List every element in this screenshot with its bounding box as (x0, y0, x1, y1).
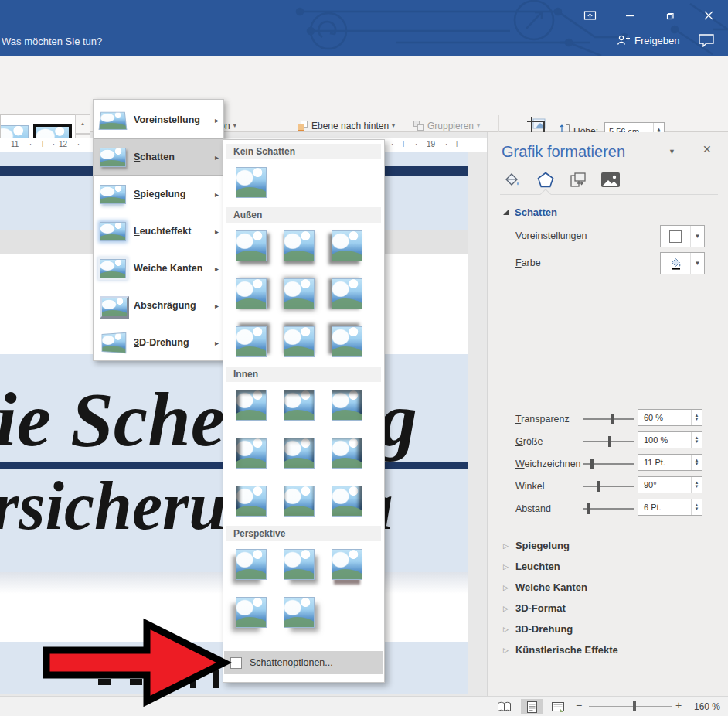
shadow-variant-in-t[interactable] (284, 390, 315, 421)
schattenoptionen-item[interactable]: Schattenoptionen... (224, 651, 383, 674)
shadow-variant-in-tl[interactable] (236, 390, 267, 421)
collapsed-section-leuchten[interactable]: ▷Leuchten (503, 556, 618, 577)
tab-layout-properties[interactable] (566, 169, 590, 191)
spinner-arrows[interactable]: ▲▼ (691, 477, 702, 493)
feedback-button[interactable] (698, 33, 715, 49)
collapsed-section-k-nstlerische-effekte[interactable]: ▷Künstlerische Effekte (503, 639, 618, 660)
tab-effects-selected[interactable] (534, 169, 557, 191)
zoom-level-value[interactable]: 160 % (694, 701, 720, 712)
print-layout-button[interactable] (521, 699, 543, 714)
shadow-variant-persp-ur[interactable] (284, 549, 315, 580)
shadow-variant-out-c[interactable] (284, 278, 315, 309)
submenu-arrow-icon: ▸ (215, 116, 219, 124)
shadow-variant-out-bl[interactable] (332, 230, 362, 261)
gruppieren-button[interactable]: Gruppieren▾ (410, 118, 482, 134)
farbe-button[interactable]: ▼ (660, 252, 705, 274)
ebene-nach-hinten-button[interactable]: Ebene nach hinten▾ (294, 118, 397, 134)
pane-close-button[interactable]: ✕ (702, 143, 712, 155)
spinner-arrows[interactable]: ▲▼ (691, 455, 702, 470)
collapsed-section-spiegelung[interactable]: ▷Spiegelung (503, 535, 618, 556)
collapsed-section-weiche-kanten[interactable]: ▷Weiche Kanten (503, 577, 618, 598)
value-spinbox[interactable]: 90°▲▼ (638, 476, 702, 493)
submenu-arrow-icon: ▸ (215, 339, 219, 347)
value-spinbox[interactable]: 11 Pt.▲▼ (638, 454, 702, 471)
minimize-icon (625, 11, 634, 20)
share-button[interactable]: Freigeben (617, 34, 680, 46)
ribbon-display-options-button[interactable] (578, 6, 601, 25)
slider-track[interactable] (583, 508, 634, 510)
shadow-variant-out-tr[interactable] (236, 326, 267, 357)
slider-track[interactable] (583, 441, 634, 442)
shadow-variant-in-l[interactable] (236, 438, 267, 469)
schatten-gallery: Kein SchattenAußenInnenPerspektive Schat… (223, 139, 385, 683)
shadow-variant-out-l[interactable] (332, 278, 362, 309)
collapsed-triangle-icon: ▷ (503, 542, 509, 550)
minimize-button[interactable] (618, 6, 641, 25)
shadow-variant-none[interactable] (236, 167, 267, 198)
close-button[interactable] (697, 6, 720, 25)
slider-handle[interactable] (597, 481, 600, 492)
menu-item-leuchteffekt[interactable]: Leuchteffekt▸ (94, 213, 223, 250)
slider-track[interactable] (583, 463, 634, 465)
spinner-arrows[interactable]: ▲▼ (691, 499, 702, 515)
shadow-variant-in-br[interactable] (332, 486, 362, 517)
shadow-variant-out-br[interactable] (236, 230, 267, 261)
tab-picture[interactable] (599, 169, 622, 191)
slider-row-abstand: Abstand6 Pt.▲▼ (515, 498, 704, 520)
shadow-variant-persp-ll[interactable] (236, 597, 267, 628)
shadow-variant-persp-lr[interactable] (284, 597, 315, 628)
ruler-tick: · (445, 140, 447, 148)
shadow-variant-in-r[interactable] (332, 438, 362, 469)
zoom-out-button[interactable]: − (576, 699, 582, 711)
shadow-variant-out-b[interactable] (284, 230, 315, 261)
value-spinbox[interactable]: 60 %▲▼ (638, 409, 702, 426)
preset-effect-icon (100, 111, 126, 130)
ruler-tick: | (403, 140, 404, 147)
value-spinbox[interactable]: 100 %▲▼ (638, 431, 702, 448)
close-icon (704, 11, 713, 20)
shadow-variant-in-tr[interactable] (332, 390, 362, 421)
slider-handle[interactable] (587, 503, 590, 514)
slider-handle[interactable] (590, 459, 594, 469)
ruler-number: 12 (59, 140, 67, 148)
menu-item-voreinstellung[interactable]: Voreinstellung▸ (94, 101, 223, 138)
soft-edges-effect-icon (100, 259, 126, 278)
tell-me-box[interactable]: Was möchten Sie tun? (2, 36, 102, 47)
shadow-variant-out-r[interactable] (236, 278, 267, 309)
zoom-in-button[interactable]: + (675, 699, 682, 711)
shadow-variant-persp-ul[interactable] (236, 549, 267, 580)
spinner-arrows[interactable]: ▲▼ (691, 410, 702, 425)
menu-item-weiche-kanten[interactable]: Weiche Kanten▸ (94, 250, 223, 287)
slider-track[interactable] (583, 418, 634, 420)
zoom-slider-handle[interactable] (633, 701, 636, 711)
slider-handle[interactable] (608, 436, 611, 447)
menu-item-schatten[interactable]: Schatten▸ (94, 138, 223, 176)
shadow-variant-out-t[interactable] (284, 326, 315, 357)
menu-item-abschraegung[interactable]: Abschrägung▸ (94, 287, 223, 324)
rotation-3d-effect-icon (100, 333, 126, 353)
slider-track[interactable] (583, 486, 634, 487)
menu-item-3d-drehung[interactable]: 3D-Drehung▸ (94, 324, 223, 361)
tab-fill-line[interactable] (500, 169, 523, 191)
gallery-scroll-up-button[interactable]: ▴ (75, 114, 90, 134)
slider-handle[interactable] (611, 414, 614, 424)
pane-tabs (488, 168, 728, 194)
voreinstellungen-button[interactable]: ▼ (660, 225, 705, 247)
pane-menu-arrow-icon[interactable]: ▼ (668, 148, 675, 155)
menu-item-spiegelung[interactable]: Spiegelung▸ (94, 176, 223, 213)
web-layout-button[interactable] (547, 699, 569, 714)
shadow-variant-persp-rb[interactable] (332, 549, 362, 580)
gallery-resize-grip[interactable]: ···· (223, 674, 384, 682)
value-spinbox[interactable]: 6 Pt.▲▼ (638, 499, 702, 516)
collapsed-section-3d-format[interactable]: ▷3D-Format (503, 598, 618, 619)
shadow-variant-in-c[interactable] (284, 438, 315, 469)
shadow-variant-out-tl[interactable] (332, 326, 362, 357)
zoom-slider[interactable] (589, 706, 672, 707)
shadow-variant-in-bl[interactable] (236, 486, 267, 517)
collapsed-section-3d-drehung[interactable]: ▷3D-Drehung (503, 619, 618, 639)
spinner-arrows[interactable]: ▲▼ (691, 432, 702, 448)
read-mode-button[interactable] (493, 699, 515, 714)
schatten-section-header[interactable]: Schatten (503, 206, 557, 218)
shadow-variant-in-b[interactable] (284, 486, 315, 517)
maximize-button[interactable] (658, 6, 682, 25)
